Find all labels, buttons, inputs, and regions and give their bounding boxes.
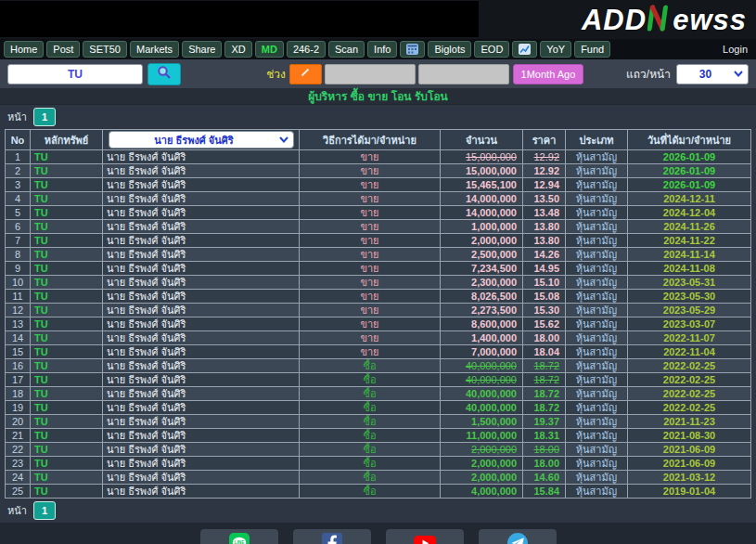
amount-cell: 11,000,000 bbox=[441, 429, 523, 443]
row-number-cell: 8 bbox=[6, 248, 31, 262]
social-button-telegram[interactable] bbox=[479, 529, 557, 544]
symbol-cell: TU bbox=[31, 359, 103, 373]
social-button-facebook[interactable] bbox=[293, 529, 371, 544]
nav-item-eod[interactable]: EOD bbox=[474, 41, 509, 58]
nav-item-xd[interactable]: XD bbox=[224, 41, 251, 58]
symbol-cell: TU bbox=[31, 220, 103, 234]
method-cell: ขาย bbox=[300, 150, 441, 164]
logo-text-ewss: ewss bbox=[673, 4, 747, 37]
rows-per-page-select[interactable]: 30 bbox=[676, 64, 749, 84]
holder-name-cell: นาย ธีรพงศ์ จันศิริ bbox=[103, 415, 300, 429]
calendar-icon bbox=[406, 44, 418, 55]
insider-table: No หลักทรัพย์ นาย ธีรพงศ์ จันศิริ วิธีกา… bbox=[5, 129, 751, 499]
nav-item-home[interactable]: Home bbox=[4, 41, 44, 58]
share-type-cell: หุ้นสามัญ bbox=[566, 457, 628, 471]
date-cell: 2022-02-25 bbox=[628, 387, 751, 401]
share-type-cell: หุ้นสามัญ bbox=[566, 387, 628, 401]
holder-name-cell: นาย ธีรพงศ์ จันศิริ bbox=[103, 178, 300, 192]
amount-cell: 2,000,000 bbox=[441, 234, 523, 248]
holder-name-cell: นาย ธีรพงศ์ จันศิริ bbox=[103, 331, 300, 345]
login-link[interactable]: Login bbox=[723, 44, 752, 55]
nav-item-chart[interactable] bbox=[512, 41, 537, 58]
nav-item-share[interactable]: Share bbox=[182, 41, 222, 58]
share-type-cell: หุ้นสามัญ bbox=[566, 471, 628, 485]
page-label: หน้า bbox=[7, 502, 27, 519]
nav-item-set50[interactable]: SET50 bbox=[83, 41, 127, 58]
amount-cell: 40,000,000 bbox=[441, 401, 523, 415]
table-row: 21TUนาย ธีรพงศ์ จันศิริซื้อ11,000,00018.… bbox=[6, 429, 751, 443]
page-button[interactable]: 1 bbox=[33, 108, 56, 126]
nav-item-calendar[interactable] bbox=[400, 41, 425, 58]
nav-item-fund[interactable]: Fund bbox=[574, 41, 610, 58]
symbol-cell: TU bbox=[31, 485, 103, 499]
price-cell: 18.72 bbox=[523, 401, 566, 415]
table-header-row: No หลักทรัพย์ นาย ธีรพงศ์ จันศิริ วิธีกา… bbox=[6, 130, 751, 150]
symbol-cell: TU bbox=[31, 345, 103, 359]
month-ago-button[interactable]: 1Month Ago bbox=[513, 64, 583, 84]
nav-item-post[interactable]: Post bbox=[46, 41, 80, 58]
price-cell: 18.72 bbox=[523, 373, 566, 387]
social-button-line[interactable]: LINE bbox=[200, 529, 278, 544]
page-button[interactable]: 1 bbox=[33, 501, 56, 520]
search-bar: ช่วง 1Month Ago แถว/หน้า 30 bbox=[0, 59, 756, 88]
row-number-cell: 21 bbox=[6, 429, 31, 443]
price-cell: 18.72 bbox=[523, 387, 566, 401]
price-cell: 13.50 bbox=[523, 192, 566, 206]
rows-per-page-value: 30 bbox=[677, 68, 734, 81]
row-number-cell: 9 bbox=[6, 262, 31, 276]
nav-item-info[interactable]: Info bbox=[367, 41, 397, 58]
amount-cell: 2,000,000 bbox=[441, 457, 523, 471]
range-edit-button[interactable] bbox=[289, 64, 322, 84]
nav-item-biglots[interactable]: Biglots bbox=[428, 41, 471, 58]
amount-cell: 40,000,000 bbox=[441, 373, 523, 387]
nav-item-scan[interactable]: Scan bbox=[328, 41, 365, 58]
symbol-cell: TU bbox=[31, 331, 103, 345]
page-title: ผู้บริหาร ซื้อ ขาย โอน รับโอน bbox=[308, 87, 448, 105]
price-cell: 15.62 bbox=[523, 317, 566, 331]
share-type-cell: หุ้นสามัญ bbox=[566, 164, 628, 178]
share-type-cell: หุ้นสามัญ bbox=[566, 248, 628, 262]
price-cell: 15.10 bbox=[523, 276, 566, 290]
row-number-cell: 7 bbox=[6, 234, 31, 248]
person-filter-select[interactable]: นาย ธีรพงศ์ จันศิริ bbox=[109, 131, 294, 149]
search-button[interactable] bbox=[147, 63, 181, 85]
amount-cell: 2,000,000 bbox=[441, 471, 523, 485]
symbol-cell: TU bbox=[31, 276, 103, 290]
row-number-cell: 19 bbox=[6, 401, 31, 415]
nav-item-246-2[interactable]: 246-2 bbox=[287, 41, 326, 58]
row-number-cell: 16 bbox=[6, 359, 31, 373]
nav-item-yoy[interactable]: YoY bbox=[540, 41, 571, 58]
table-row: 13TUนาย ธีรพงศ์ จันศิริขาย8,600,00015.62… bbox=[6, 317, 751, 331]
amount-cell: 15,000,000 bbox=[441, 150, 523, 164]
method-cell: ซื้อ bbox=[300, 373, 441, 387]
price-cell: 13.80 bbox=[523, 234, 566, 248]
symbol-cell: TU bbox=[31, 471, 103, 485]
range-end-date-button[interactable] bbox=[418, 64, 509, 84]
amount-cell: 8,026,500 bbox=[441, 290, 523, 304]
row-number-cell: 22 bbox=[6, 443, 31, 457]
date-cell: 2026-01-09 bbox=[628, 178, 751, 192]
share-type-cell: หุ้นสามัญ bbox=[566, 485, 628, 499]
nav-item-markets[interactable]: Markets bbox=[130, 41, 179, 58]
title-bar: ผู้บริหาร ซื้อ ขาย โอน รับโอน bbox=[0, 88, 756, 105]
social-button-youtube[interactable] bbox=[386, 529, 464, 544]
range-start-date-button[interactable] bbox=[325, 64, 416, 84]
table-row: 5TUนาย ธีรพงศ์ จันศิริขาย14,000,00013.48… bbox=[6, 206, 751, 220]
table-row: 4TUนาย ธีรพงศ์ จันศิริขาย14,000,00013.50… bbox=[6, 192, 751, 206]
row-number-cell: 24 bbox=[6, 471, 31, 485]
table-row: 24TUนาย ธีรพงศ์ จันศิริซื้อ2,000,00014.6… bbox=[6, 471, 751, 485]
method-cell: ซื้อ bbox=[300, 443, 441, 457]
amount-cell: 1,500,000 bbox=[441, 415, 523, 429]
holder-name-cell: นาย ธีรพงศ์ จันศิริ bbox=[103, 387, 300, 401]
method-cell: ขาย bbox=[300, 164, 441, 178]
nav-item-md[interactable]: MD bbox=[255, 41, 284, 58]
method-cell: ขาย bbox=[300, 234, 441, 248]
symbol-cell: TU bbox=[31, 387, 103, 401]
symbol-search-input[interactable] bbox=[7, 64, 143, 84]
row-number-cell: 11 bbox=[6, 290, 31, 304]
method-cell: ซื้อ bbox=[300, 471, 441, 485]
share-type-cell: หุ้นสามัญ bbox=[566, 290, 628, 304]
table-row: 7TUนาย ธีรพงศ์ จันศิริขาย2,000,00013.80ห… bbox=[6, 234, 751, 248]
date-cell: 2023-05-29 bbox=[628, 304, 751, 317]
header-amount: จำนวน bbox=[441, 130, 523, 150]
